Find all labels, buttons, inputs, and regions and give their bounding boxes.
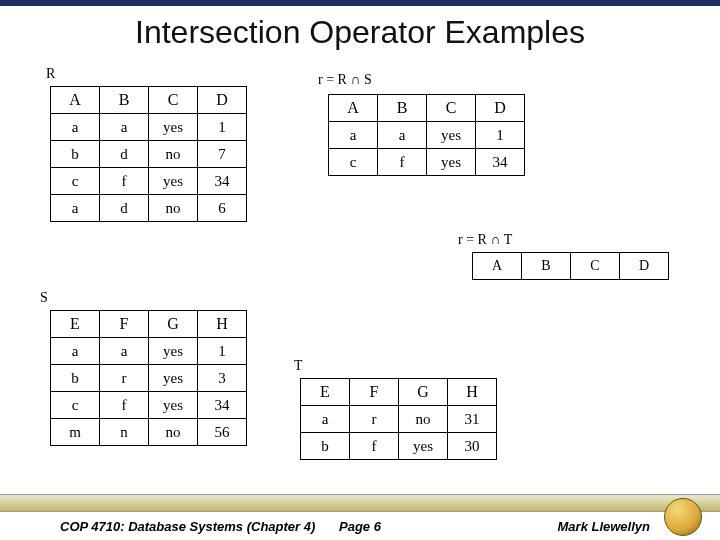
table-rs-cell: yes [427,122,476,149]
table-t-cell: a [301,406,350,433]
table-r-cell: b [51,141,100,168]
label-r-equals-rt: r = R ∩ T [458,232,512,248]
table-r-cell: 7 [198,141,247,168]
table-rs-header: A [329,95,378,122]
table-r-cell: a [100,114,149,141]
table-s: E F G H a a yes 1 b r yes 3 c f yes 34 m… [50,310,247,446]
footer-author: Mark Llewellyn [558,519,650,534]
table-s-cell: yes [149,338,198,365]
table-rs-header: C [427,95,476,122]
table-rt-header: A [473,253,522,280]
table-r-cell: yes [149,114,198,141]
table-rs-header: D [476,95,525,122]
table-rs-cell: 34 [476,149,525,176]
table-s-cell: 3 [198,365,247,392]
table-rs-cell: 1 [476,122,525,149]
table-t-cell: b [301,433,350,460]
label-r-equals-rs: r = R ∩ S [318,72,372,88]
table-r-cell: no [149,141,198,168]
page-title: Intersection Operator Examples [0,14,720,51]
slide: Intersection Operator Examples R A B C D… [0,0,720,540]
table-s-cell: n [100,419,149,446]
table-r-cell: 34 [198,168,247,195]
table-t-header: E [301,379,350,406]
table-s-cell: a [100,338,149,365]
table-r-cell: d [100,141,149,168]
table-t-cell: f [350,433,399,460]
table-rt-header: C [571,253,620,280]
table-t-cell: no [399,406,448,433]
table-s-header: E [51,311,100,338]
table-rt-header: D [620,253,669,280]
table-r: A B C D a a yes 1 b d no 7 c f yes 34 a … [50,86,247,222]
table-s-cell: no [149,419,198,446]
table-r-cell: c [51,168,100,195]
table-s-cell: 34 [198,392,247,419]
table-rs: A B C D a a yes 1 c f yes 34 [328,94,525,176]
label-r: R [46,66,55,82]
table-t-cell: 31 [448,406,497,433]
table-t-cell: 30 [448,433,497,460]
table-t-header: G [399,379,448,406]
table-rs-cell: a [329,122,378,149]
table-r-cell: a [51,114,100,141]
table-s-cell: a [51,338,100,365]
table-r-cell: a [51,195,100,222]
table-t-cell: r [350,406,399,433]
table-s-cell: f [100,392,149,419]
table-s-cell: r [100,365,149,392]
table-rs-header: B [378,95,427,122]
table-s-cell: b [51,365,100,392]
ucf-logo-icon [664,498,702,536]
table-s-header: F [100,311,149,338]
table-r-header: B [100,87,149,114]
table-r-cell: f [100,168,149,195]
footer-bar [0,494,720,512]
table-rs-cell: yes [427,149,476,176]
table-r-cell: no [149,195,198,222]
table-t-header: H [448,379,497,406]
table-s-header: H [198,311,247,338]
table-s-cell: yes [149,392,198,419]
table-r-header: C [149,87,198,114]
table-s-cell: 1 [198,338,247,365]
table-rs-cell: a [378,122,427,149]
table-rt-header: B [522,253,571,280]
table-r-cell: d [100,195,149,222]
table-s-cell: c [51,392,100,419]
label-t: T [294,358,303,374]
table-t-cell: yes [399,433,448,460]
table-rs-cell: c [329,149,378,176]
table-s-cell: yes [149,365,198,392]
table-r-cell: yes [149,168,198,195]
table-s-header: G [149,311,198,338]
table-r-header: D [198,87,247,114]
table-s-cell: 56 [198,419,247,446]
table-rt: A B C D [472,252,669,280]
label-s: S [40,290,48,306]
table-rs-cell: f [378,149,427,176]
table-s-cell: m [51,419,100,446]
table-t: E F G H a r no 31 b f yes 30 [300,378,497,460]
table-r-header: A [51,87,100,114]
table-r-cell: 6 [198,195,247,222]
top-accent-bar [0,0,720,6]
table-r-cell: 1 [198,114,247,141]
table-t-header: F [350,379,399,406]
